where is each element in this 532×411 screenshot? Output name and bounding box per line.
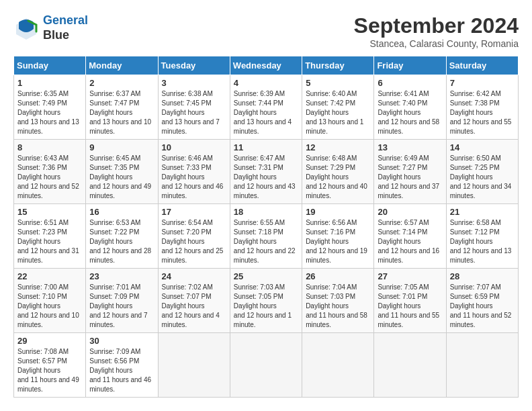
daylight-duration: and 12 hours and 1 minute. (234, 312, 292, 328)
day-info: Sunrise: 6:40 AM Sunset: 7:42 PM Dayligh… (306, 89, 370, 136)
daylight-label: Daylight hours (378, 302, 420, 310)
sunset-label: Sunset: 7:22 PM (89, 228, 139, 236)
calendar-cell: 17 Sunrise: 6:54 AM Sunset: 7:20 PM Dayl… (158, 204, 230, 269)
daylight-duration: and 11 hours and 55 minutes. (378, 312, 439, 328)
daylight-label: Daylight hours (450, 238, 493, 245)
sunrise-label: Sunrise: 6:35 AM (17, 90, 69, 97)
daylight-label: Daylight hours (234, 109, 277, 116)
daylight-label: Daylight hours (17, 367, 60, 374)
calendar-cell: 3 Sunrise: 6:38 AM Sunset: 7:45 PM Dayli… (158, 75, 230, 140)
sunset-label: Sunset: 7:07 PM (162, 293, 212, 300)
header-sunday: Sunday (14, 56, 86, 75)
daylight-label: Daylight hours (306, 302, 349, 310)
day-info: Sunrise: 6:48 AM Sunset: 7:29 PM Dayligh… (306, 154, 370, 201)
sunset-label: Sunset: 7:01 PM (378, 293, 427, 300)
day-number: 20 (378, 207, 442, 217)
calendar-cell: 14 Sunrise: 6:50 AM Sunset: 7:25 PM Dayl… (446, 140, 518, 204)
calendar-cell: 23 Sunrise: 7:01 AM Sunset: 7:09 PM Dayl… (86, 269, 158, 333)
daylight-duration: and 13 hours and 4 minutes. (234, 118, 292, 135)
calendar-header-row: Sunday Monday Tuesday Wednesday Thursday… (14, 56, 519, 75)
calendar-week-row: 29 Sunrise: 7:08 AM Sunset: 6:57 PM Dayl… (14, 333, 519, 398)
daylight-duration: and 13 hours and 1 minute. (306, 118, 363, 135)
sunrise-label: Sunrise: 6:41 AM (378, 90, 429, 97)
daylight-label: Daylight hours (89, 302, 132, 310)
daylight-duration: and 12 hours and 22 minutes. (234, 247, 296, 264)
calendar-cell: 22 Sunrise: 7:00 AM Sunset: 7:10 PM Dayl… (14, 269, 86, 333)
calendar-cell: 12 Sunrise: 6:48 AM Sunset: 7:29 PM Dayl… (302, 140, 374, 204)
day-info: Sunrise: 6:50 AM Sunset: 7:25 PM Dayligh… (450, 154, 515, 201)
calendar-cell: 16 Sunrise: 6:53 AM Sunset: 7:22 PM Dayl… (86, 204, 158, 269)
day-info: Sunrise: 6:57 AM Sunset: 7:14 PM Dayligh… (378, 218, 442, 265)
day-info: Sunrise: 6:41 AM Sunset: 7:40 PM Dayligh… (378, 89, 442, 136)
logo-icon (13, 15, 39, 41)
day-info: Sunrise: 7:03 AM Sunset: 7:05 PM Dayligh… (234, 283, 298, 330)
daylight-label: Daylight hours (234, 302, 277, 310)
day-info: Sunrise: 6:37 AM Sunset: 7:47 PM Dayligh… (89, 89, 154, 136)
sunrise-label: Sunrise: 6:47 AM (234, 154, 285, 162)
daylight-duration: and 12 hours and 52 minutes. (17, 183, 79, 199)
day-number: 2 (89, 78, 154, 88)
calendar-cell: 19 Sunrise: 6:56 AM Sunset: 7:16 PM Dayl… (302, 204, 374, 269)
day-number: 27 (378, 271, 442, 281)
sunset-label: Sunset: 7:31 PM (234, 164, 283, 171)
header-saturday: Saturday (446, 56, 518, 75)
calendar-cell (158, 333, 230, 398)
sunset-label: Sunset: 7:33 PM (162, 164, 212, 171)
daylight-duration: and 12 hours and 28 minutes. (89, 247, 151, 264)
calendar-cell: 27 Sunrise: 7:05 AM Sunset: 7:01 PM Dayl… (374, 269, 446, 333)
sunrise-label: Sunrise: 7:09 AM (89, 348, 140, 355)
day-info: Sunrise: 7:09 AM Sunset: 6:56 PM Dayligh… (89, 347, 154, 394)
day-number: 25 (234, 271, 298, 281)
calendar-cell: 15 Sunrise: 6:51 AM Sunset: 7:23 PM Dayl… (14, 204, 86, 269)
sunrise-label: Sunrise: 6:48 AM (306, 154, 357, 162)
day-number: 9 (89, 142, 154, 152)
daylight-label: Daylight hours (162, 238, 205, 245)
daylight-duration: and 12 hours and 34 minutes. (450, 183, 512, 199)
day-info: Sunrise: 6:43 AM Sunset: 7:36 PM Dayligh… (17, 154, 82, 201)
daylight-label: Daylight hours (17, 302, 60, 310)
daylight-duration: and 11 hours and 58 minutes. (306, 312, 367, 328)
sunrise-label: Sunrise: 7:07 AM (450, 283, 501, 291)
calendar-cell: 6 Sunrise: 6:41 AM Sunset: 7:40 PM Dayli… (374, 75, 446, 140)
daylight-duration: and 13 hours and 7 minutes. (162, 118, 220, 135)
sunrise-label: Sunrise: 7:00 AM (17, 283, 69, 291)
sunset-label: Sunset: 7:10 PM (17, 293, 67, 300)
daylight-label: Daylight hours (89, 173, 132, 181)
month-title: September 2024 (354, 13, 519, 38)
day-info: Sunrise: 7:07 AM Sunset: 6:59 PM Dayligh… (450, 283, 515, 330)
daylight-duration: and 12 hours and 13 minutes. (450, 247, 512, 264)
daylight-label: Daylight hours (89, 367, 132, 374)
day-info: Sunrise: 7:01 AM Sunset: 7:09 PM Dayligh… (89, 283, 154, 330)
calendar-cell: 10 Sunrise: 6:46 AM Sunset: 7:33 PM Dayl… (158, 140, 230, 204)
location-subtitle: Stancea, Calarasi County, Romania (354, 38, 519, 49)
sunrise-label: Sunrise: 6:39 AM (234, 90, 285, 97)
day-info: Sunrise: 6:54 AM Sunset: 7:20 PM Dayligh… (162, 218, 226, 265)
day-number: 26 (306, 271, 370, 281)
sunrise-label: Sunrise: 7:01 AM (89, 283, 140, 291)
daylight-duration: and 12 hours and 4 minutes. (162, 312, 220, 328)
sunrise-label: Sunrise: 6:46 AM (162, 154, 213, 162)
day-number: 24 (162, 271, 226, 281)
sunrise-label: Sunrise: 6:40 AM (306, 90, 357, 97)
sunset-label: Sunset: 6:57 PM (17, 357, 67, 365)
day-info: Sunrise: 6:58 AM Sunset: 7:12 PM Dayligh… (450, 218, 515, 265)
sunrise-label: Sunrise: 7:02 AM (162, 283, 213, 291)
daylight-label: Daylight hours (450, 173, 493, 181)
calendar-week-row: 15 Sunrise: 6:51 AM Sunset: 7:23 PM Dayl… (14, 204, 519, 269)
calendar-cell: 9 Sunrise: 6:45 AM Sunset: 7:35 PM Dayli… (86, 140, 158, 204)
sunset-label: Sunset: 6:56 PM (89, 357, 139, 365)
day-info: Sunrise: 6:53 AM Sunset: 7:22 PM Dayligh… (89, 218, 154, 265)
sunset-label: Sunset: 7:42 PM (306, 99, 355, 107)
calendar-cell: 13 Sunrise: 6:49 AM Sunset: 7:27 PM Dayl… (374, 140, 446, 204)
daylight-duration: and 12 hours and 40 minutes. (306, 183, 367, 199)
sunset-label: Sunset: 7:12 PM (450, 228, 500, 236)
sunrise-label: Sunrise: 6:45 AM (89, 154, 140, 162)
daylight-label: Daylight hours (450, 302, 493, 310)
daylight-duration: and 11 hours and 52 minutes. (450, 312, 512, 328)
day-number: 15 (17, 207, 82, 217)
day-number: 1 (17, 78, 82, 88)
sunrise-label: Sunrise: 6:43 AM (17, 154, 69, 162)
sunrise-label: Sunrise: 6:38 AM (162, 90, 213, 97)
day-info: Sunrise: 6:56 AM Sunset: 7:16 PM Dayligh… (306, 218, 370, 265)
day-info: Sunrise: 6:46 AM Sunset: 7:33 PM Dayligh… (162, 154, 226, 201)
